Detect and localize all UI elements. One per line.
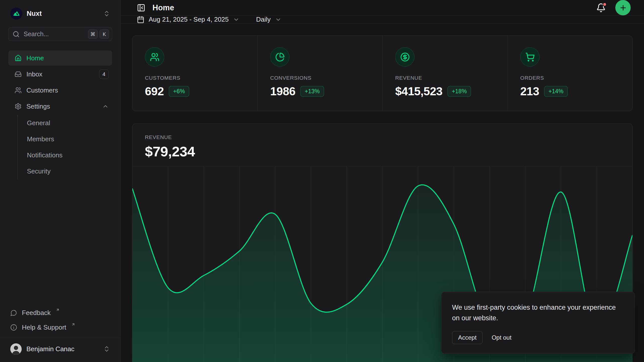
- date-range-value: Aug 21, 2025 - Sep 4, 2025: [149, 16, 229, 23]
- sidebar-item-inbox[interactable]: Inbox 4: [8, 67, 112, 82]
- notification-dot: [602, 2, 607, 7]
- sidebar-item-label: Settings: [26, 103, 50, 110]
- stat-delta-badge: +18%: [448, 86, 471, 97]
- cookie-message: We use first-party cookies to enhance yo…: [452, 302, 624, 324]
- chevron-up-icon: [102, 103, 109, 110]
- nuxt-logo-icon: [10, 8, 22, 20]
- search-placeholder: Search...: [24, 30, 49, 38]
- accept-cookies-button[interactable]: Accept: [452, 331, 482, 344]
- sidebar-nav: Home Inbox 4 Customers: [8, 51, 112, 179]
- stat-card-orders: ORDERS 213 +14%: [507, 36, 632, 111]
- user-name: Benjamin Canac: [26, 345, 74, 353]
- kbd-k: K: [100, 29, 109, 39]
- granularity-select[interactable]: Daily: [256, 16, 281, 23]
- sidebar-item-label: Home: [26, 54, 44, 62]
- stat-label: CUSTOMERS: [145, 75, 245, 81]
- feedback-label: Feedback: [22, 309, 51, 317]
- gear-icon: [15, 103, 22, 110]
- chat-bubble-icon: [10, 309, 17, 316]
- stat-card-conversions: CONVERSIONS 1986 +13%: [257, 36, 382, 111]
- filter-bar: Aug 21, 2025 - Sep 4, 2025 Daily: [121, 16, 644, 24]
- stat-delta-badge: +14%: [544, 86, 568, 97]
- external-link-icon: [71, 323, 75, 326]
- inbox-count-badge: 4: [99, 69, 109, 79]
- house-icon: [15, 55, 22, 62]
- sidebar-item-customers[interactable]: Customers: [8, 83, 112, 98]
- cookie-banner: We use first-party cookies to enhance yo…: [441, 292, 635, 354]
- help-support-label: Help & Support: [22, 324, 66, 331]
- revenue-chart-value: $79,234: [145, 143, 620, 160]
- stat-card-revenue: REVENUE $415,523 +18%: [382, 36, 507, 111]
- collapse-sidebar-icon[interactable]: [137, 4, 145, 12]
- dollar-circle-icon: [395, 47, 415, 67]
- settings-subnav: General Members Notifications Security: [17, 115, 112, 179]
- stat-value: 1986: [270, 84, 295, 98]
- notifications-button[interactable]: [596, 3, 606, 13]
- calendar-icon: [137, 16, 144, 23]
- stat-card-customers: CUSTOMERS 692 +6%: [132, 36, 257, 111]
- add-button[interactable]: [615, 0, 631, 15]
- plus-icon: [619, 4, 627, 12]
- stat-label: CONVERSIONS: [270, 75, 370, 81]
- user-menu[interactable]: Benjamin Canac: [8, 339, 112, 358]
- revenue-chart-label: REVENUE: [145, 134, 620, 140]
- chevrons-up-down-icon: [103, 345, 110, 352]
- sidebar-divider: [0, 338, 120, 338]
- users-icon: [15, 87, 22, 94]
- avatar: [10, 343, 22, 355]
- stat-delta-badge: +6%: [169, 86, 189, 97]
- search-icon: [13, 31, 20, 38]
- stats-row: CUSTOMERS 692 +6% CONVERSIONS 1986 +13%: [132, 35, 633, 111]
- chevrons-up-down-icon: [103, 10, 110, 17]
- stat-label: ORDERS: [520, 75, 620, 81]
- cart-icon: [520, 47, 540, 67]
- inbox-icon: [15, 71, 22, 78]
- sidebar-item-members[interactable]: Members: [18, 131, 112, 147]
- help-support-link[interactable]: Help & Support: [8, 320, 112, 335]
- pie-chart-icon: [270, 47, 290, 67]
- stat-value: 692: [145, 84, 164, 98]
- sidebar-spacer: [8, 179, 112, 305]
- users-icon: [145, 47, 164, 67]
- sidebar: Nuxt Search... ⌘ K Home: [0, 0, 121, 362]
- external-link-icon: [56, 308, 60, 312]
- info-icon: [10, 324, 17, 331]
- workspace-name: Nuxt: [27, 10, 42, 18]
- optout-cookies-button[interactable]: Opt out: [492, 334, 511, 341]
- search-input[interactable]: Search... ⌘ K: [8, 27, 112, 41]
- sidebar-item-notifications[interactable]: Notifications: [18, 147, 112, 163]
- sidebar-item-security[interactable]: Security: [18, 163, 112, 179]
- stat-value: 213: [520, 84, 539, 98]
- stat-delta-badge: +13%: [300, 86, 324, 97]
- stat-value: $415,523: [395, 84, 442, 98]
- kbd-cmd: ⌘: [88, 29, 98, 39]
- page-title: Home: [152, 3, 174, 12]
- sidebar-item-home[interactable]: Home: [8, 51, 112, 66]
- top-bar: Home: [121, 0, 644, 16]
- sidebar-item-settings[interactable]: Settings: [8, 99, 112, 114]
- granularity-value: Daily: [256, 16, 271, 23]
- main-panel: Home Aug 21, 2025 - Sep 4, 2025: [121, 0, 644, 362]
- sidebar-item-general[interactable]: General: [18, 115, 112, 131]
- sidebar-item-label: Customers: [26, 86, 58, 94]
- workspace-selector[interactable]: Nuxt: [8, 6, 112, 22]
- date-range-picker[interactable]: Aug 21, 2025 - Sep 4, 2025: [137, 16, 239, 23]
- stat-label: REVENUE: [395, 75, 495, 81]
- chevron-down-icon: [275, 16, 281, 23]
- search-shortcut: ⌘ K: [88, 29, 109, 39]
- feedback-link[interactable]: Feedback: [8, 305, 112, 320]
- sidebar-item-label: Inbox: [26, 70, 43, 78]
- chevron-down-icon: [233, 16, 239, 23]
